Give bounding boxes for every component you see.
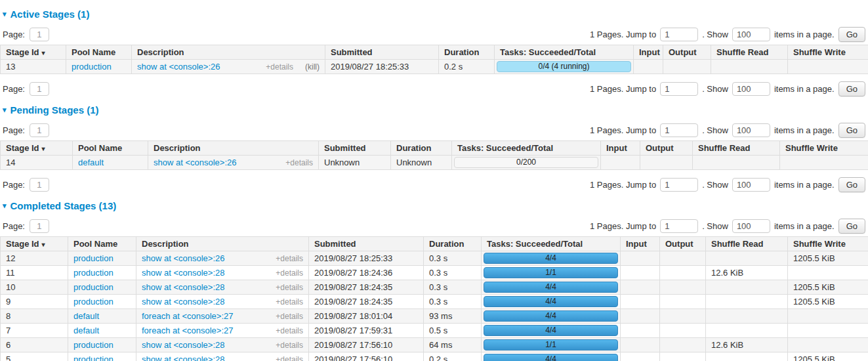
description-link[interactable]: show at <console>:26 bbox=[142, 253, 224, 263]
column-header-description[interactable]: Description bbox=[136, 237, 309, 251]
column-header-shuffle-write[interactable]: Shuffle Write bbox=[788, 237, 868, 251]
kill-link[interactable]: (kill) bbox=[305, 62, 320, 72]
jump-to-page-input[interactable] bbox=[660, 123, 698, 137]
column-header-shuffle-write[interactable]: Shuffle Write bbox=[788, 45, 868, 60]
column-header-input[interactable]: Input bbox=[634, 45, 663, 60]
column-header-submitted[interactable]: Submitted bbox=[325, 45, 439, 60]
section-heading-pending[interactable]: ▾Pending Stages (1) bbox=[3, 104, 868, 116]
items-per-page-input[interactable] bbox=[732, 28, 770, 41]
column-header-tasks-succeeded-total[interactable]: Tasks: Succeeded/Total bbox=[482, 237, 621, 251]
column-header-input[interactable]: Input bbox=[601, 141, 640, 156]
column-header-output[interactable]: Output bbox=[660, 237, 706, 251]
sort-arrow-icon: ▾ bbox=[42, 145, 45, 152]
description-link[interactable]: show at <console>:28 bbox=[142, 268, 224, 278]
column-header-duration[interactable]: Duration bbox=[439, 45, 495, 60]
column-header-shuffle-write[interactable]: Shuffle Write bbox=[780, 141, 868, 156]
description-link[interactable]: show at <console>:28 bbox=[142, 282, 224, 292]
pool-name-link[interactable]: production bbox=[72, 62, 112, 72]
pool-name-link[interactable]: production bbox=[73, 340, 114, 350]
column-header-input[interactable]: Input bbox=[621, 237, 660, 251]
tasks-cell: 4/4 bbox=[482, 309, 621, 324]
go-button[interactable]: Go bbox=[838, 219, 865, 234]
column-header-submitted[interactable]: Submitted bbox=[319, 141, 391, 156]
section-heading-active[interactable]: ▾Active Stages (1) bbox=[3, 9, 868, 20]
pool-name-link[interactable]: default bbox=[73, 326, 99, 335]
description-link[interactable]: show at <console>:28 bbox=[142, 354, 224, 361]
items-per-page-input[interactable] bbox=[732, 123, 770, 137]
page-number-input[interactable] bbox=[30, 123, 49, 137]
column-header-pool-name[interactable]: Pool Name bbox=[66, 45, 132, 60]
pool-name-link[interactable]: production bbox=[73, 268, 114, 278]
column-header-stage-id[interactable]: Stage Id▾ bbox=[1, 141, 73, 156]
column-header-duration[interactable]: Duration bbox=[391, 141, 452, 156]
description-link[interactable]: show at <console>:26 bbox=[137, 62, 220, 72]
details-toggle-link[interactable]: +details bbox=[276, 268, 303, 278]
jump-to-page-input[interactable] bbox=[660, 28, 698, 41]
page-number-input[interactable] bbox=[30, 178, 49, 192]
details-toggle-link[interactable]: +details bbox=[285, 158, 313, 167]
go-button[interactable]: Go bbox=[838, 177, 865, 192]
column-header-pool-name[interactable]: Pool Name bbox=[68, 237, 136, 251]
collapse-arrow-icon: ▾ bbox=[3, 202, 7, 210]
column-header-description[interactable]: Description bbox=[132, 45, 325, 60]
jump-to-page-input[interactable] bbox=[660, 82, 698, 96]
items-per-page-input[interactable] bbox=[732, 82, 770, 96]
go-button[interactable]: Go bbox=[838, 27, 865, 42]
column-header-label: Pool Name bbox=[73, 239, 117, 249]
column-header-stage-id[interactable]: Stage Id▾ bbox=[1, 45, 66, 60]
details-toggle-link[interactable]: +details bbox=[266, 62, 293, 72]
page-number-input[interactable] bbox=[30, 82, 49, 96]
pages-count-label: 1 Pages. Jump to bbox=[590, 221, 656, 231]
page-number-input[interactable] bbox=[30, 219, 49, 233]
description-link[interactable]: show at <console>:28 bbox=[142, 340, 224, 350]
pool-name-link[interactable]: production bbox=[73, 282, 114, 292]
output-cell bbox=[660, 324, 706, 338]
column-header-duration[interactable]: Duration bbox=[424, 237, 482, 251]
details-toggle-link[interactable]: +details bbox=[276, 312, 303, 321]
items-per-page-input[interactable] bbox=[732, 219, 770, 233]
column-header-stage-id[interactable]: Stage Id▾ bbox=[1, 237, 68, 251]
column-header-tasks-succeeded-total[interactable]: Tasks: Succeeded/Total bbox=[452, 141, 601, 156]
column-header-shuffle-read[interactable]: Shuffle Read bbox=[693, 141, 780, 156]
page-number-input[interactable] bbox=[30, 28, 49, 41]
column-header-tasks-succeeded-total[interactable]: Tasks: Succeeded/Total bbox=[495, 45, 634, 60]
details-toggle-link[interactable]: +details bbox=[276, 326, 303, 335]
pool-name-link[interactable]: default bbox=[73, 311, 99, 321]
go-button[interactable]: Go bbox=[838, 81, 865, 96]
description-actions: +details bbox=[276, 297, 303, 307]
column-header-label: Tasks: Succeeded/Total bbox=[457, 143, 553, 153]
description-link[interactable]: show at <console>:28 bbox=[142, 297, 224, 307]
column-header-submitted[interactable]: Submitted bbox=[309, 237, 424, 251]
tasks-progress-label: 4/4 bbox=[484, 253, 617, 263]
go-button[interactable]: Go bbox=[838, 123, 865, 138]
pool-name-link[interactable]: production bbox=[73, 297, 114, 307]
pagination-right: 1 Pages. Jump to. Showitems in a page.Go bbox=[590, 219, 865, 234]
pool-name-link[interactable]: production bbox=[73, 354, 114, 361]
details-toggle-link[interactable]: +details bbox=[276, 283, 303, 292]
description-link[interactable]: show at <console>:26 bbox=[154, 158, 236, 167]
shuffle-read-cell bbox=[706, 324, 788, 338]
jump-to-page-input[interactable] bbox=[660, 219, 698, 233]
column-header-pool-name[interactable]: Pool Name bbox=[73, 141, 148, 156]
details-toggle-link[interactable]: +details bbox=[276, 355, 303, 361]
description-cell: show at <console>:28+details bbox=[136, 352, 309, 361]
description-wrap: show at <console>:28+details bbox=[142, 268, 303, 278]
jump-to-page-input[interactable] bbox=[660, 178, 698, 192]
show-label: . Show bbox=[702, 221, 728, 231]
column-header-description[interactable]: Description bbox=[148, 141, 319, 156]
details-toggle-link[interactable]: +details bbox=[276, 254, 303, 263]
details-toggle-link[interactable]: +details bbox=[276, 341, 303, 350]
pool-name-link[interactable]: production bbox=[73, 253, 114, 263]
items-per-page-input[interactable] bbox=[732, 178, 770, 192]
column-header-output[interactable]: Output bbox=[640, 141, 693, 156]
output-cell bbox=[660, 338, 706, 352]
description-link[interactable]: foreach at <console>:27 bbox=[142, 311, 234, 321]
details-toggle-link[interactable]: +details bbox=[276, 297, 303, 307]
pagination-right: 1 Pages. Jump to. Showitems in a page.Go bbox=[590, 177, 865, 192]
column-header-shuffle-read[interactable]: Shuffle Read bbox=[706, 237, 788, 251]
section-heading-completed[interactable]: ▾Completed Stages (13) bbox=[3, 200, 868, 211]
column-header-shuffle-read[interactable]: Shuffle Read bbox=[711, 45, 788, 60]
pool-name-link[interactable]: default bbox=[78, 158, 104, 167]
column-header-output[interactable]: Output bbox=[663, 45, 711, 60]
description-link[interactable]: foreach at <console>:27 bbox=[142, 326, 234, 335]
